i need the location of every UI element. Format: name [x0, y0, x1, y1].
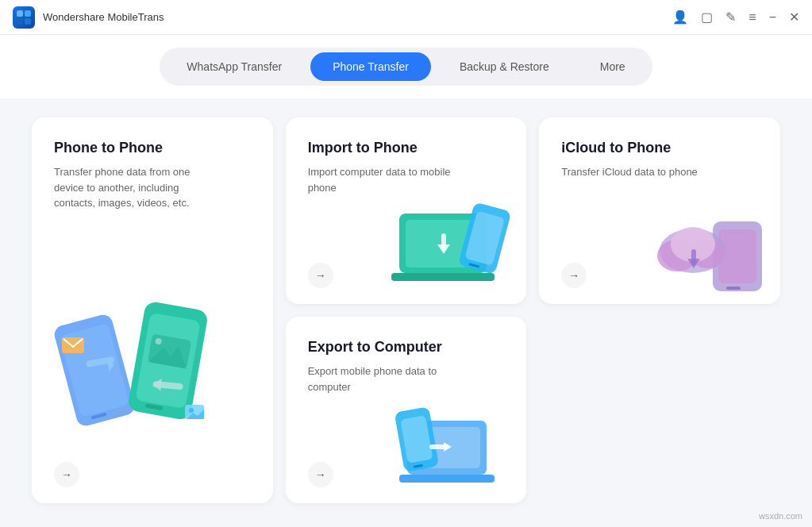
- tab-whatsapp[interactable]: WhatsApp Transfer: [164, 52, 304, 81]
- card-phone-to-phone-title: Phone to Phone: [54, 140, 251, 156]
- svg-rect-3: [25, 18, 31, 25]
- tab-more[interactable]: More: [578, 52, 648, 81]
- tab-backup[interactable]: Backup & Restore: [437, 52, 571, 81]
- card-icloud-desc: Transfer iCloud data to phone: [561, 164, 720, 180]
- app-icon: [13, 6, 35, 29]
- close-icon[interactable]: ✕: [789, 11, 799, 24]
- card-icloud-title: iCloud to Phone: [561, 140, 758, 156]
- svg-rect-31: [726, 287, 741, 290]
- svg-rect-5: [60, 323, 129, 417]
- card-export-to-computer[interactable]: Export to Computer Export mobile phone d…: [286, 317, 527, 503]
- export-illustration: [391, 397, 518, 495]
- watermark: wsxdn.com: [759, 511, 802, 521]
- card-phone-to-phone-desc: Transfer phone data from one device to a…: [54, 164, 213, 211]
- titlebar: Wondershare MobileTrans 👤 ▢ ✎ ≡ − ✕: [0, 0, 812, 35]
- card-phone-to-phone[interactable]: Phone to Phone Transfer phone data from …: [32, 117, 273, 503]
- card-import-arrow[interactable]: →: [308, 263, 333, 288]
- titlebar-left: Wondershare MobileTrans: [13, 6, 164, 29]
- card-import-desc: Import computer data to mobile phone: [308, 164, 467, 195]
- svg-rect-40: [399, 475, 495, 483]
- nav-container: WhatsApp Transfer Phone Transfer Backup …: [0, 35, 812, 98]
- cards-grid: Phone to Phone Transfer phone data from …: [32, 117, 780, 503]
- menu-icon[interactable]: ≡: [749, 11, 756, 24]
- svg-rect-1: [25, 10, 31, 17]
- tab-phone[interactable]: Phone Transfer: [310, 52, 431, 81]
- window-icon[interactable]: ▢: [701, 11, 713, 24]
- card-phone-to-phone-arrow[interactable]: →: [54, 462, 79, 487]
- card-export-desc: Export mobile phone data to computer: [308, 364, 467, 394]
- edit-icon[interactable]: ✎: [725, 11, 736, 24]
- svg-rect-2: [17, 18, 23, 25]
- titlebar-controls: 👤 ▢ ✎ ≡ − ✕: [672, 11, 799, 24]
- main-content: Phone to Phone Transfer phone data from …: [0, 98, 812, 527]
- svg-rect-0: [17, 10, 23, 17]
- card-import-title: Import to Phone: [308, 140, 505, 156]
- minimize-icon[interactable]: −: [769, 11, 776, 24]
- nav-tabs: WhatsApp Transfer Phone Transfer Backup …: [160, 48, 652, 86]
- phone-to-phone-illustration: [38, 294, 229, 456]
- svg-rect-23: [391, 273, 495, 281]
- card-icloud-arrow[interactable]: →: [561, 263, 587, 288]
- card-export-title: Export to Computer: [308, 339, 505, 356]
- import-illustration: [391, 198, 518, 296]
- card-export-arrow[interactable]: →: [308, 462, 333, 487]
- svg-point-19: [189, 408, 194, 413]
- card-icloud-to-phone[interactable]: iCloud to Phone Transfer iCloud data to …: [539, 117, 780, 304]
- user-icon[interactable]: 👤: [672, 11, 688, 24]
- icloud-illustration: [645, 198, 772, 296]
- card-import-to-phone[interactable]: Import to Phone Import computer data to …: [286, 117, 527, 304]
- app-title: Wondershare MobileTrans: [43, 11, 164, 23]
